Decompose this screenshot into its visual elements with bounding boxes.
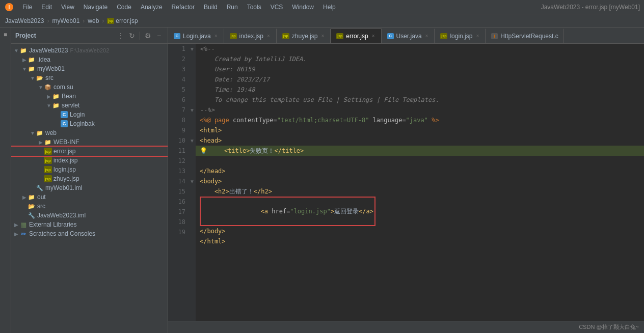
tree-item-index-jsp[interactable]: ▶ jsp index.jsp [11,156,168,165]
tree-text-src-root: src [37,203,45,210]
menu-view[interactable]: View [57,2,78,12]
code-content-15a: <h2> [200,186,229,197]
breadcrumb-folder[interactable]: web [88,17,99,24]
tab-index-jsp[interactable]: jsp index.jsp × [224,29,277,43]
tab-close-user-java[interactable]: × [424,33,430,39]
gutter-15 [189,186,196,197]
menu-build[interactable]: Build [200,2,222,12]
tab-icon-error-jsp: jsp [336,33,343,39]
folder-icon-out: 📁 [28,193,36,201]
menu-vcs[interactable]: VCS [266,2,287,12]
menu-run[interactable]: Run [223,2,242,12]
gutter-fold-10[interactable]: ▼ [189,135,196,146]
folder-icon-src-root: 📂 [28,202,36,210]
tree-item-webinf[interactable]: ▶ 📁 WEB-INF [11,137,168,147]
gutter-1-2 [189,54,196,64]
tab-icon-httpservlet: I [491,33,498,39]
gutter-fold-7[interactable]: ▼ [189,105,196,115]
arrow-scratches: ▶ [13,231,19,237]
tab-close-login-java[interactable]: × [213,33,219,39]
toolbar-settings-icon[interactable]: ⚙ [143,31,152,40]
tree-item-javaweb2023[interactable]: ▼ 📁 JavaWeb2023 F:\JavaWeb202 [11,46,168,55]
jsp-icon-index: jsp [44,156,52,164]
code-area[interactable]: <%-- Created by IntelliJ IDEA. User: 861… [196,44,644,321]
tree-item-login-jsp[interactable]: ▶ jsp login.jsp [11,165,168,174]
tree-item-error-jsp[interactable]: ▶ jsp error.jsp [11,147,168,156]
breadcrumb-module[interactable]: myWeb01 [52,17,80,24]
tab-close-error-jsp[interactable]: × [371,33,376,39]
menu-help[interactable]: Help [319,2,340,12]
tree-item-out[interactable]: ▶ 📁 out [11,192,168,202]
toolbar-layout-icon[interactable]: ⋮ [116,31,125,40]
breadcrumb-sep2: › [83,17,85,24]
toolbar-sync-icon[interactable]: ↻ [127,31,137,40]
tab-error-jsp[interactable]: jsp error.jsp × [331,29,381,43]
tree-item-zhuye-jsp[interactable]: ▶ jsp zhuye.jsp [11,174,168,183]
project-panel: Project ⋮ ↻ ⚙ − ▼ 📁 JavaWeb2023 F:\JavaW… [11,27,168,333]
tree-item-bean[interactable]: ▶ 📁 Bean [11,92,168,101]
menu-file[interactable]: File [18,2,36,12]
tab-close-login-jsp[interactable]: × [475,33,480,39]
tree-item-idea[interactable]: ▶ 📁 .idea [11,55,168,64]
menu-tools[interactable]: Tools [243,2,265,12]
tab-zhuye-jsp[interactable]: jsp zhuye.jsp × [277,29,331,43]
tab-httpservlet[interactable]: I HttpServletRequest.c [486,29,564,43]
code-content-7: --%> [200,105,214,115]
tree-item-login-java[interactable]: ▶ C Login [11,110,168,119]
menu-window[interactable]: Window [288,2,318,12]
menu-code[interactable]: Code [113,2,136,12]
tab-login-java[interactable]: C Login.java × [168,29,224,43]
line-num-4: 4 [171,74,185,85]
tree-text-loginbak-java: Loginbak [70,120,95,127]
tree-text-src: src [45,74,53,81]
menu-edit[interactable]: Edit [37,2,56,12]
folder-icon-idea: 📁 [28,55,36,64]
gutter-fold-14[interactable]: ▼ [189,176,196,186]
breadcrumb-project[interactable]: JavaWeb2023 [5,17,44,24]
tree-text-myweb01-iml: myWeb01.iml [45,184,82,191]
line-num-12: 12 [171,156,185,166]
gutter-fold-1[interactable]: ▼ [189,44,196,54]
code-line-8: <%@ page contentType="text/html;charset=… [196,115,644,125]
tree-item-servlet[interactable]: ▼ 📁 servlet [11,101,168,110]
line-num-18: 18 [171,217,185,227]
tab-close-index-jsp[interactable]: × [266,33,271,39]
app-logo: I [4,2,14,12]
line-num-7: 7 [171,105,185,115]
gutter-18 [189,217,196,227]
jsp-icon-zhuye: jsp [44,175,52,183]
code-content-15c: </h2> [254,186,272,197]
gutter-13 [189,166,196,176]
gutter-1-5 [189,85,196,95]
tree-item-loginbak-java[interactable]: ▶ C Loginbak [11,119,168,128]
tab-login-jsp[interactable]: jsp login.jsp × [435,29,486,43]
tab-user-java[interactable]: C User.java × [382,29,435,43]
code-line-2: Created by IntelliJ IDEA. [196,54,644,64]
gutter-9 [189,125,196,135]
line-num-10: 10 [171,135,185,146]
tree-item-myweb01[interactable]: ▼ 📁 myWeb01 [11,64,168,73]
tree-item-src-root[interactable]: ▶ 📂 src [11,202,168,211]
menu-refactor[interactable]: Refactor [168,2,199,12]
code-content-14: <body> [200,176,222,186]
tree-item-scratches[interactable]: ▶ ✏ Scratches and Consoles [11,229,168,238]
tree-item-ext-libs[interactable]: ▶ ▦ External Libraries [11,220,168,229]
menu-navigate[interactable]: Navigate [79,2,112,12]
sidebar-project-icon[interactable]: ■ [1,30,11,40]
gutter-16 [189,197,196,207]
bulb-icon: 💡 [200,146,207,156]
tree-item-comsu[interactable]: ▼ 📦 com.su [11,82,168,92]
code-line-1: <%-- [196,44,644,54]
tree-item-src[interactable]: ▼ 📂 src [11,73,168,82]
tree-item-javaweb2023-iml[interactable]: ▶ 🔧 JavaWeb2023.iml [11,211,168,220]
code-line-4: Date: 2023/2/17 [196,74,644,85]
gutter-1-3 [189,64,196,74]
line-num-17: 17 [171,207,185,217]
toolbar-minimize-icon[interactable]: − [154,31,164,40]
tab-close-zhuye-jsp[interactable]: × [320,33,325,39]
lib-icon-ext: ▦ [19,220,28,229]
tree-item-myweb01-iml[interactable]: ▶ 🔧 myWeb01.iml [11,183,168,192]
code-content-15b: 出错了！ [229,186,254,197]
menu-analyze[interactable]: Analyze [137,2,167,12]
tree-item-web[interactable]: ▼ 📁 web [11,128,168,137]
